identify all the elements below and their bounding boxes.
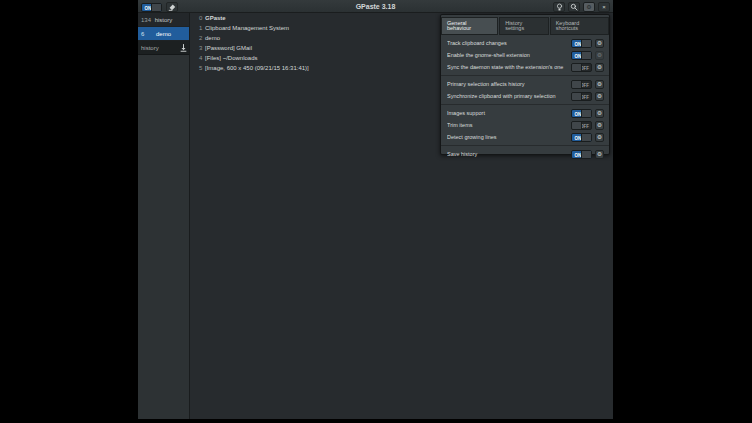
history-item-name: demo [138, 27, 189, 41]
setting-switch[interactable]: ON [571, 150, 592, 159]
sidebar-item-history[interactable]: 134 history [138, 13, 189, 27]
desktop-background: GPaste 3.18 ON [0, 0, 752, 423]
setting-row-primary-selection-affects-history: Primary selection affects history OFF ⚙ [441, 78, 609, 90]
close-icon: × [602, 4, 606, 10]
setting-row-save-history: Save history ON ⚙ [441, 148, 609, 160]
switch-knob [581, 52, 591, 60]
reset-button[interactable]: ⚙ [595, 133, 604, 142]
window-title: GPaste 3.18 [138, 0, 613, 13]
gear-icon: ⚙ [597, 122, 602, 128]
switch-knob [572, 93, 582, 101]
gear-icon: ⚙ [597, 134, 602, 140]
gear-icon: ⚙ [597, 151, 602, 157]
gear-icon: ⚙ [597, 52, 602, 58]
tab-history-settings[interactable]: History settings [499, 17, 549, 35]
setting-label: Trim items [447, 122, 571, 128]
group-separator [441, 104, 609, 105]
gear-icon: ⚙ [597, 40, 602, 46]
reset-button[interactable]: ⚙ [595, 51, 604, 60]
setting-row-synchronize-clipboard-primary: Synchronize clipboard with primary selec… [441, 90, 609, 102]
setting-switch[interactable]: OFF [571, 80, 592, 89]
setting-row-trim-items: Trim items OFF ⚙ [441, 119, 609, 131]
setting-row-detect-growing-lines: Detect growing lines ON ⚙ [441, 131, 609, 143]
new-history-entry-row [138, 41, 189, 55]
setting-switch[interactable]: OFF [571, 92, 592, 101]
settings-button[interactable]: ⚙ [583, 2, 595, 12]
eraser-icon [168, 3, 176, 11]
empty-history-button[interactable] [166, 2, 178, 12]
about-button[interactable] [553, 2, 565, 12]
switch-knob [581, 134, 591, 142]
reset-button[interactable]: ⚙ [595, 80, 604, 89]
gear-icon: ⚙ [597, 93, 602, 99]
setting-row-enable-gnome-shell-extension: Enable the gnome-shell extension ON ⚙ [441, 49, 609, 61]
history-item-count: 6 [141, 27, 144, 41]
group-separator [441, 145, 609, 146]
sidebar-item-demo[interactable]: 6 demo [138, 27, 189, 41]
setting-label: Enable the gnome-shell extension [447, 52, 571, 58]
switch-knob [581, 40, 591, 48]
headerbar-left-controls: ON [141, 2, 178, 12]
headerbar: GPaste 3.18 ON [138, 0, 613, 13]
setting-label: Primary selection affects history [447, 81, 571, 87]
gear-icon: ⚙ [586, 4, 591, 10]
gear-icon: ⚙ [597, 81, 602, 87]
setting-switch[interactable]: ON [571, 51, 592, 60]
reset-button[interactable]: ⚙ [595, 39, 604, 48]
setting-label: Sync the daemon state with the extension… [447, 64, 571, 70]
setting-switch[interactable]: ON [571, 109, 592, 118]
tab-keyboard-shortcuts[interactable]: Keyboard shortcuts [550, 17, 609, 35]
switch-knob [151, 4, 161, 12]
item-text: [Password] GMail [205, 45, 252, 51]
group-separator [441, 75, 609, 76]
tab-general-behaviour[interactable]: General behaviour [441, 17, 498, 35]
setting-label: Synchronize clipboard with primary selec… [447, 93, 571, 99]
setting-row-sync-daemon-state: Sync the daemon state with the extension… [441, 61, 609, 73]
headerbar-right-controls: ⚙ × [553, 2, 610, 12]
setting-label: Track clipboard changes [447, 40, 571, 46]
gear-icon: ⚙ [597, 64, 602, 70]
gear-icon: ⚙ [597, 110, 602, 116]
history-item-count: 134 [141, 13, 151, 27]
item-text: [Files] ~/Downloads [205, 55, 258, 61]
setting-switch[interactable]: OFF [571, 63, 592, 72]
item-text: demo [205, 35, 220, 41]
setting-label: Images support [447, 110, 571, 116]
close-button[interactable]: × [598, 2, 610, 12]
lightbulb-icon [556, 3, 563, 12]
track-changes-switch[interactable]: ON [141, 3, 162, 12]
settings-tabs: General behaviour History settings Keybo… [441, 17, 609, 35]
setting-switch[interactable]: ON [571, 39, 592, 48]
reset-button[interactable]: ⚙ [595, 150, 604, 159]
setting-switch[interactable]: ON [571, 133, 592, 142]
settings-popover: General behaviour History settings Keybo… [440, 14, 610, 155]
search-button[interactable] [568, 2, 580, 12]
reset-button[interactable]: ⚙ [595, 109, 604, 118]
switch-knob [572, 64, 582, 72]
setting-row-track-clipboard-changes: Track clipboard changes ON ⚙ [441, 37, 609, 49]
switch-knob [572, 81, 582, 89]
item-text: GPaste [205, 15, 226, 21]
reset-button[interactable]: ⚙ [595, 92, 604, 101]
reset-button[interactable]: ⚙ [595, 121, 604, 130]
enter-icon [180, 44, 187, 52]
setting-row-images-support: Images support ON ⚙ [441, 107, 609, 119]
switch-knob [581, 110, 591, 118]
switch-knob [581, 151, 591, 159]
gpaste-window: GPaste 3.18 ON [138, 0, 613, 419]
reset-button[interactable]: ⚙ [595, 63, 604, 72]
switch-knob [572, 122, 582, 130]
setting-label: Detect growing lines [447, 134, 571, 140]
item-text: Clipboard Management System [205, 25, 289, 31]
setting-label: Save history [447, 151, 571, 157]
switch-history-button[interactable] [179, 44, 187, 52]
item-text: [Image, 600 x 450 (09/21/15 16:31:41)] [205, 65, 309, 71]
search-icon [570, 3, 578, 11]
setting-switch[interactable]: OFF [571, 121, 592, 130]
history-sidebar: 134 history 6 demo [138, 13, 190, 419]
